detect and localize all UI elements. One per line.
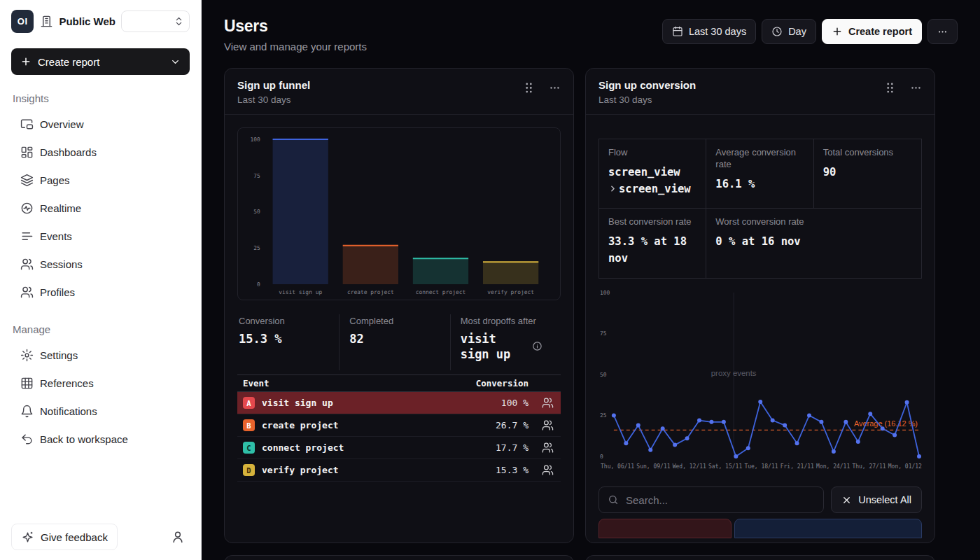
- svg-text:100: 100: [600, 290, 610, 296]
- funnel-bar-chart[interactable]: 0255075100visit sign upcreate projectcon…: [237, 127, 561, 300]
- conversion-line-chart[interactable]: 0255075100proxy eventsAverage (16.12 %): [598, 287, 922, 462]
- funnel-table-row[interactable]: B create project 26.7 %: [237, 414, 561, 437]
- card-title: Sign up funnel: [237, 79, 310, 91]
- sidebar-item-events[interactable]: Events: [11, 222, 190, 250]
- stat-total-conversions: Total conversions 90: [814, 139, 921, 209]
- sidebar-item-sessions[interactable]: Sessions: [11, 250, 190, 278]
- workspace-name: Public Web: [59, 15, 115, 27]
- sidebar-item-profiles[interactable]: Profiles: [11, 278, 190, 306]
- sidebar-item-label: Notifications: [40, 405, 97, 417]
- logo-text: OI: [18, 16, 28, 27]
- svg-text:50: 50: [600, 372, 607, 378]
- unselect-all-label: Unselect All: [858, 494, 911, 505]
- realtime-icon: [20, 202, 34, 215]
- events-icon: [20, 230, 34, 243]
- sidebar-item-label: Dashboards: [40, 146, 97, 158]
- stat-most-dropoffs: Most dropoffs after visit sign up: [450, 314, 561, 370]
- page-title: Users: [224, 17, 367, 36]
- building-icon: [40, 15, 53, 28]
- card-menu-button[interactable]: [910, 82, 922, 94]
- sidebar-item-label: References: [40, 377, 94, 389]
- funnel-table-row[interactable]: A visit sign up 100 %: [237, 392, 561, 414]
- search-box[interactable]: [598, 486, 824, 513]
- stat-average-conversion: Average conversion rate 16.1 %: [706, 139, 813, 209]
- sparkles-icon: [21, 531, 34, 544]
- create-report-button[interactable]: Create report: [822, 19, 922, 44]
- event-conversion: 17.7 %: [472, 442, 528, 453]
- svg-text:Average (16.12 %): Average (16.12 %): [854, 419, 918, 428]
- header-actions: Last 30 days Day Create report: [662, 19, 958, 44]
- stat-best-conversion: Best conversion rate 33.3 % at 18 nov: [599, 209, 706, 278]
- x-tick-label: Mon, 24/11: [816, 463, 850, 470]
- sidebar-item-pages[interactable]: Pages: [11, 166, 190, 194]
- x-tick-label: Thu, 27/11: [852, 463, 886, 470]
- sidebar-item-label: Overview: [40, 118, 84, 130]
- chevron-down-icon: [170, 57, 181, 67]
- app-logo[interactable]: OI: [11, 10, 34, 33]
- interval-button[interactable]: Day: [762, 19, 816, 44]
- create-report-label: Create report: [38, 56, 99, 68]
- sidebar-item-dashboards[interactable]: Dashboards: [11, 138, 190, 166]
- partial-card: [585, 555, 935, 560]
- x-tick-label: Wed, 12/11: [673, 463, 706, 470]
- svg-text:25: 25: [600, 412, 607, 419]
- workspace-select-box[interactable]: [121, 10, 190, 32]
- flow-step: screen_view: [619, 181, 691, 197]
- sidebar-item-overview[interactable]: Overview: [11, 110, 190, 138]
- date-range-label: Last 30 days: [689, 26, 746, 37]
- step-badge: D: [243, 464, 255, 476]
- sidebar-item-back-to-workspace[interactable]: Back to workspace: [11, 425, 190, 453]
- conversion-column-header: Conversion: [472, 378, 528, 388]
- step-badge: B: [243, 419, 255, 431]
- conversion-card-header: Sign up conversion Last 30 days: [586, 69, 934, 115]
- event-name: connect project: [262, 442, 472, 453]
- profile-button[interactable]: [166, 525, 190, 549]
- svg-text:verify project: verify project: [487, 289, 534, 295]
- chevron-right-icon: [608, 184, 617, 193]
- series-pill-blue[interactable]: [734, 519, 922, 538]
- workspace-selector[interactable]: Public Web: [40, 10, 190, 32]
- stat-flow: Flow screen_view screen_view: [599, 139, 706, 209]
- main-content: Users View and manage your reports Last …: [202, 0, 980, 560]
- sidebar-item-label: Sessions: [40, 258, 83, 270]
- drag-handle[interactable]: [886, 82, 895, 94]
- x-tick-label: Sun, 09/11: [636, 463, 670, 470]
- funnel-table-row[interactable]: D verify project 15.3 %: [237, 459, 561, 482]
- users-icon[interactable]: [528, 442, 554, 454]
- sidebar-item-references[interactable]: References: [11, 369, 190, 397]
- svg-text:50: 50: [253, 209, 260, 215]
- date-range-button[interactable]: Last 30 days: [662, 19, 756, 44]
- flow-step: screen_view: [608, 164, 680, 181]
- sidebar-item-notifications[interactable]: Notifications: [11, 397, 190, 425]
- pages-icon: [20, 174, 34, 187]
- card-subtitle: Last 30 days: [598, 94, 696, 105]
- section-label-manage: Manage: [13, 323, 188, 335]
- info-icon[interactable]: [532, 341, 542, 351]
- give-feedback-button[interactable]: Give feedback: [11, 524, 118, 550]
- sidebar-create-report-button[interactable]: Create report: [11, 48, 190, 75]
- sidebar-item-settings[interactable]: Settings: [11, 341, 190, 369]
- funnel-table-row[interactable]: C connect project 17.7 %: [237, 437, 561, 459]
- sidebar-item-label: Settings: [40, 349, 78, 361]
- card-subtitle: Last 30 days: [237, 94, 310, 105]
- card-menu-button[interactable]: [549, 82, 561, 94]
- more-options-button[interactable]: [927, 19, 958, 44]
- series-pill-red[interactable]: [598, 519, 732, 538]
- users-icon[interactable]: [528, 464, 554, 476]
- series-pills: [598, 519, 922, 538]
- conversion-stats-grid: Flow screen_view screen_view Average con…: [598, 139, 922, 279]
- section-label-insights: Insights: [13, 92, 188, 104]
- references-icon: [20, 377, 34, 390]
- event-name: create project: [262, 420, 472, 430]
- sidebar-item-realtime[interactable]: Realtime: [11, 194, 190, 222]
- users-icon[interactable]: [528, 397, 554, 409]
- users-icon[interactable]: [528, 419, 554, 431]
- unselect-all-button[interactable]: Unselect All: [831, 486, 922, 513]
- stat-conversion: Conversion 15.3 %: [237, 314, 339, 370]
- reports-grid: Sign up funnel Last 30 days 0255075100vi…: [224, 68, 958, 543]
- drag-handle[interactable]: [524, 82, 533, 94]
- event-conversion: 100 %: [472, 398, 528, 408]
- search-input[interactable]: [626, 494, 815, 506]
- give-feedback-label: Give feedback: [41, 531, 108, 543]
- chevrons-up-down-icon: [174, 16, 184, 27]
